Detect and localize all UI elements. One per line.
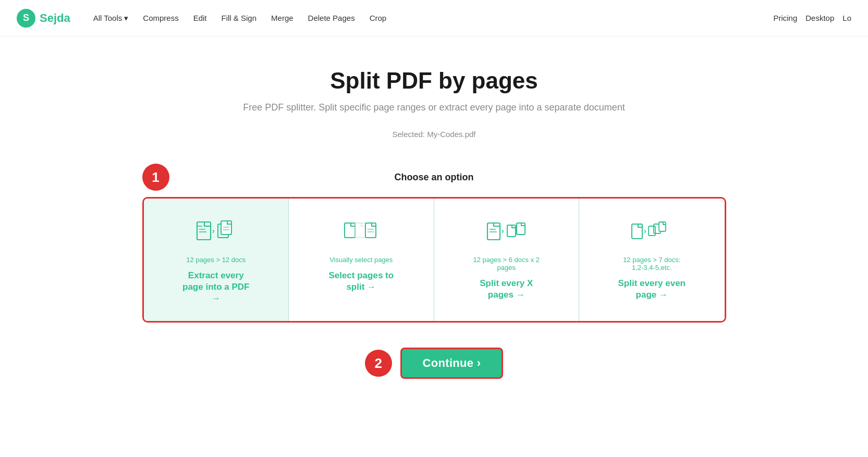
svg-text:›: › — [212, 227, 215, 235]
page-title: Split PDF by pages — [142, 68, 726, 94]
continue-section: 2 Continue › — [142, 348, 726, 379]
step-2-badge: 2 — [365, 350, 392, 377]
edit-link[interactable]: Edit — [187, 9, 213, 27]
logo[interactable]: S Sejda — [17, 9, 70, 28]
crop-link[interactable]: Crop — [363, 9, 393, 27]
option-3-action: Split every Xpages → — [480, 278, 533, 301]
split-even-icon: › — [631, 217, 673, 249]
svg-text:›: › — [644, 227, 646, 235]
select-pages-icon — [340, 217, 382, 249]
login-link[interactable]: Lo — [842, 14, 851, 22]
svg-rect-6 — [365, 223, 376, 238]
option-split-even[interactable]: › 12 pages > 7 docs:1,2-3,4-5,etc. Split… — [579, 199, 725, 321]
options-container: › 12 pages > 12 docs Extract everypage i… — [142, 197, 726, 323]
step-1-badge: 1 — [142, 164, 169, 191]
dropdown-arrow: ▾ — [124, 14, 128, 23]
fill-sign-link[interactable]: Fill & Sign — [215, 9, 263, 27]
svg-rect-11 — [632, 224, 642, 239]
option-4-action: Split every evenpage → — [618, 278, 686, 301]
option-1-action: Extract everypage into a PDF→ — [182, 270, 249, 304]
option-2-action: Select pages tosplit → — [328, 270, 394, 293]
selected-file: Selected: My-Codes.pdf — [142, 130, 726, 139]
choose-label: Choose an option — [395, 172, 474, 183]
desktop-link[interactable]: Desktop — [805, 14, 834, 22]
svg-text:›: › — [502, 227, 504, 235]
svg-rect-5 — [355, 223, 365, 238]
svg-rect-4 — [345, 223, 355, 238]
option-select-pages[interactable]: Visually select pages Select pages tospl… — [289, 199, 434, 321]
main-content: Split PDF by pages Free PDF splitter. Sp… — [121, 36, 747, 421]
svg-rect-15 — [659, 222, 666, 231]
all-tools-label: All Tools — [93, 14, 123, 22]
logo-text: Sejda — [40, 11, 70, 25]
split-x-icon: › — [485, 217, 527, 249]
merge-link[interactable]: Merge — [265, 9, 300, 27]
navbar: S Sejda All Tools ▾ Compress Edit Fill &… — [0, 0, 868, 36]
option-1-pages: 12 pages > 12 docs — [186, 256, 246, 264]
option-3-pages: 12 pages > 6 docs x 2pages — [473, 256, 540, 271]
option-2-pages: Visually select pages — [329, 256, 393, 264]
pricing-link[interactable]: Pricing — [773, 14, 797, 22]
svg-rect-10 — [517, 223, 525, 234]
svg-rect-13 — [649, 226, 655, 236]
option-4-pages: 12 pages > 7 docs:1,2-3,4-5,etc. — [623, 256, 680, 271]
svg-rect-3 — [221, 221, 231, 234]
delete-pages-link[interactable]: Delete Pages — [302, 9, 361, 27]
compress-link[interactable]: Compress — [137, 9, 185, 27]
nav-right: Pricing Desktop Lo — [773, 14, 851, 22]
logo-icon: S — [17, 9, 35, 28]
continue-button[interactable]: Continue › — [400, 348, 504, 379]
option-split-x[interactable]: › 12 pages > 6 docs x 2pages Split every… — [434, 199, 580, 321]
page-subtitle: Free PDF splitter. Split specific page r… — [142, 102, 726, 113]
all-tools-link[interactable]: All Tools ▾ — [87, 9, 135, 27]
option-extract-every[interactable]: › 12 pages > 12 docs Extract everypage i… — [144, 199, 289, 321]
extract-every-icon: › — [195, 217, 237, 249]
logo-letter: S — [23, 13, 29, 23]
svg-rect-9 — [507, 225, 516, 237]
nav-links: All Tools ▾ Compress Edit Fill & Sign Me… — [87, 9, 774, 27]
